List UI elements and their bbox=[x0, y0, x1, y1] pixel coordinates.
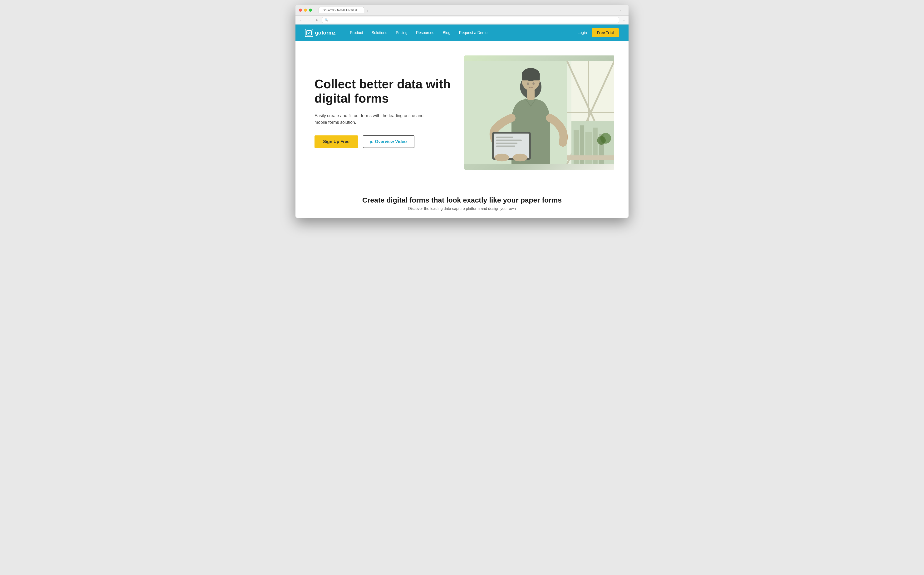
hero-section: Collect better data with digital forms E… bbox=[295, 41, 629, 184]
nav-product[interactable]: Product bbox=[350, 31, 363, 35]
back-button[interactable]: ← bbox=[298, 17, 304, 22]
new-tab-button[interactable]: + bbox=[366, 9, 368, 13]
logo-text: goformz bbox=[315, 30, 336, 36]
login-link[interactable]: Login bbox=[578, 31, 587, 35]
section-subtitle: Discover the leading data capture platfo… bbox=[305, 206, 619, 211]
nav-blog[interactable]: Blog bbox=[443, 31, 450, 35]
search-icon: 🔍 bbox=[325, 18, 328, 22]
logo-go: go bbox=[315, 30, 322, 36]
url-bar[interactable]: 🔍 bbox=[322, 17, 619, 23]
nav-solutions[interactable]: Solutions bbox=[372, 31, 387, 35]
maximize-button[interactable] bbox=[309, 9, 312, 12]
minimize-button[interactable] bbox=[304, 9, 307, 12]
hero-content: Collect better data with digital forms E… bbox=[314, 77, 464, 148]
main-nav: goformz Product Solutions Pricing Resour… bbox=[295, 24, 629, 41]
tab-area: GoFormz - Mobile Forms & ... + bbox=[319, 7, 368, 13]
nav-pricing[interactable]: Pricing bbox=[396, 31, 407, 35]
hero-image bbox=[464, 56, 614, 170]
play-icon: ▶ bbox=[371, 140, 373, 144]
section-title-area: Create digital forms that look exactly l… bbox=[295, 184, 629, 218]
browser-more-button[interactable]: ··· bbox=[621, 18, 626, 22]
refresh-button[interactable]: ↻ bbox=[314, 17, 320, 22]
svg-point-30 bbox=[597, 136, 606, 145]
svg-rect-31 bbox=[567, 156, 614, 160]
website-content: goformz Product Solutions Pricing Resour… bbox=[295, 24, 629, 218]
forward-button[interactable]: → bbox=[306, 17, 312, 22]
nav-resources[interactable]: Resources bbox=[416, 31, 434, 35]
signup-button[interactable]: Sign Up Free bbox=[314, 135, 358, 148]
svg-rect-32 bbox=[464, 61, 567, 164]
nav-links: Product Solutions Pricing Resources Blog… bbox=[350, 31, 578, 35]
logo-icon bbox=[305, 29, 313, 37]
close-button[interactable] bbox=[299, 9, 302, 12]
logo[interactable]: goformz bbox=[305, 29, 336, 37]
tab-label: GoFormz - Mobile Forms & ... bbox=[323, 9, 360, 12]
nav-actions: Login Free Trial bbox=[578, 28, 619, 37]
addressbar: ← → ↻ 🔍 ··· bbox=[295, 16, 629, 24]
nav-request-demo[interactable]: Request a Demo bbox=[459, 31, 487, 35]
browser-window: GoFormz - Mobile Forms & ... + ··· ← → ↻… bbox=[295, 5, 629, 218]
hero-buttons: Sign Up Free ▶ Overview Video bbox=[314, 135, 455, 148]
hero-title: Collect better data with digital forms bbox=[314, 77, 455, 106]
logo-formz: formz bbox=[322, 30, 336, 36]
browser-tab[interactable]: GoFormz - Mobile Forms & ... bbox=[319, 7, 364, 13]
hero-illustration bbox=[464, 56, 614, 170]
free-trial-button[interactable]: Free Trial bbox=[592, 28, 619, 37]
section-title: Create digital forms that look exactly l… bbox=[305, 196, 619, 204]
overview-video-button[interactable]: ▶ Overview Video bbox=[363, 135, 414, 148]
hero-subtitle: Easily create and fill out forms with th… bbox=[314, 112, 429, 126]
titlebar: GoFormz - Mobile Forms & ... + ··· bbox=[295, 5, 629, 16]
video-label: Overview Video bbox=[375, 139, 407, 144]
window-menu: ··· bbox=[620, 8, 625, 13]
